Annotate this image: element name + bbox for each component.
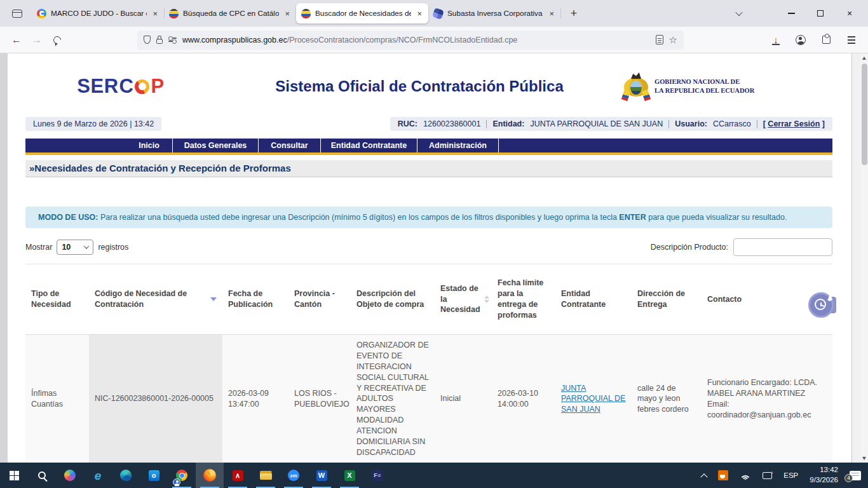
back-button[interactable]: ← [6, 30, 27, 50]
windows-logo-icon [10, 471, 19, 480]
taskbar-zoom[interactable]: zm [280, 463, 308, 488]
menu-hamburger-icon[interactable] [841, 30, 862, 50]
header-fecha-limite[interactable]: Fecha límite para la entrega de proforma… [492, 273, 555, 326]
sercop-swirl-icon [135, 79, 149, 94]
taskbar-f-app[interactable]: F≡ [363, 463, 391, 488]
ecuador-coat-icon [169, 9, 179, 18]
nav-item-datos-generales[interactable]: Datos Generales [173, 139, 259, 152]
tray-wifi[interactable] [735, 463, 756, 488]
show-label: Mostrar [25, 243, 52, 252]
forward-button[interactable]: → [27, 30, 47, 50]
browser-scrollbar[interactable] [860, 53, 868, 463]
scrollbar-thumb[interactable] [862, 64, 867, 165]
tab-title: Buscador de Necesidades de Co [315, 9, 411, 18]
logout-link[interactable]: Cerrar Sesión [768, 119, 820, 128]
lock-icon[interactable] [156, 39, 163, 44]
tab-close-icon[interactable]: × [283, 9, 291, 18]
taskbar-copilot[interactable] [56, 463, 84, 488]
downloads-icon[interactable]: ↓ [766, 30, 785, 50]
reload-button[interactable] [47, 30, 67, 50]
header-provincia[interactable]: Provincia - Cantón [288, 283, 351, 315]
filter-label: Descripción Producto: [651, 243, 728, 252]
tray-cast[interactable] [758, 463, 776, 488]
list-all-tabs-chevron-icon[interactable] [728, 4, 750, 23]
nav-item-inicio[interactable]: Inicio [126, 139, 173, 152]
pinwheel-icon [432, 7, 444, 19]
header-fecha-publicacion[interactable]: Fecha de Publicación [222, 283, 288, 315]
scroll-down-arrow[interactable] [860, 454, 868, 463]
tray-hidden-icons-chevron[interactable] [697, 463, 711, 488]
description-filter-input[interactable] [733, 238, 832, 256]
tab-busqueda-cpc[interactable]: Búsqueda de CPC en Catálogo × [164, 3, 296, 24]
bookmark-star-icon[interactable]: ☆ [669, 35, 677, 44]
tray-language[interactable]: ESP [779, 463, 803, 488]
floating-timer-widget[interactable] [808, 292, 836, 318]
header-entidad[interactable]: Entidad Contratante [555, 283, 632, 315]
tab-close-icon[interactable]: × [548, 9, 555, 18]
taskbar-acrobat[interactable]: ∧ [224, 463, 252, 488]
edge-icon [120, 470, 132, 481]
f-app-icon: F≡ [372, 470, 383, 481]
window-close-button[interactable]: × [835, 0, 864, 27]
taskbar-outlook[interactable]: o [140, 463, 168, 488]
table-header-row: Tipo de Necesidad Código de Necesidad de… [25, 264, 832, 335]
page-size-select[interactable]: 10 [57, 240, 93, 255]
firefox-icon [203, 469, 216, 482]
header-estado[interactable]: Estado de la Necesidad [435, 278, 492, 321]
copilot-icon [64, 470, 76, 481]
tray-clock[interactable]: 13:42 9/3/2026 [805, 463, 843, 488]
browser-tab-strip: MARCO DE JUDO - Buscar con × Búsqueda de… [0, 0, 868, 27]
address-bar[interactable]: www.compraspublicas.gob.ec/ProcesoContra… [137, 30, 684, 50]
header-tipo[interactable]: Tipo de Necesidad [25, 283, 89, 315]
excel-icon: X [344, 470, 355, 481]
tab-subasta-inversa[interactable]: Subasta Inversa Corporativa de × [428, 3, 560, 24]
taskbar-file-explorer[interactable] [252, 463, 280, 488]
taskbar-firefox-active[interactable] [196, 463, 224, 488]
outlook-icon: o [149, 470, 159, 481]
taskbar-word[interactable]: W [308, 463, 336, 488]
window-minimize-button[interactable] [776, 0, 806, 27]
nav-item-consultar[interactable]: Consultar [259, 139, 321, 152]
windows-taskbar: e o ∧ zm W X F≡ ESP 13:42 9/3/2026 4 [0, 463, 868, 488]
taskbar-edge[interactable] [112, 463, 140, 488]
ecuador-coat-icon [301, 9, 311, 18]
taskbar-internet-explorer[interactable]: e [84, 463, 112, 488]
tray-notifications[interactable]: 4 [845, 463, 865, 488]
entidad-link[interactable]: JUNTA PARROQUIAL DE SAN JUAN [561, 384, 625, 414]
firefox-view-icon[interactable] [8, 4, 27, 23]
window-maximize-button[interactable] [806, 0, 835, 27]
taskbar-search-button[interactable] [28, 463, 56, 488]
taskbar-excel[interactable]: X [336, 463, 363, 488]
permissions-icon[interactable] [168, 37, 177, 42]
header-descripcion[interactable]: Descripción del Objeto de compra [351, 283, 435, 315]
nav-item-entidad-contratante[interactable]: Entidad Contratante [321, 139, 417, 152]
gov-line2: LA REPUBLICA DEL ECUADOR [654, 87, 754, 94]
new-tab-button[interactable]: + [564, 4, 583, 23]
main-nav: Inicio Datos Generales Consultar Entidad… [25, 139, 832, 152]
tab-close-icon[interactable]: × [151, 9, 159, 18]
tray-java-icon[interactable] [714, 463, 733, 488]
start-button[interactable] [0, 463, 28, 488]
url-text[interactable]: www.compraspublicas.gob.ec/ProcesoContra… [182, 36, 650, 44]
table-controls: Mostrar 10 registros Descripción Product… [25, 238, 832, 256]
reader-mode-icon[interactable] [656, 35, 663, 44]
tab-marco-de-judo[interactable]: MARCO DE JUDO - Buscar con × [32, 3, 164, 24]
gov-line1: GOBIERNO NACIONAL DE [654, 78, 740, 85]
table-row: Ínfimas Cuantías NIC-1260023860001-2026-… [25, 335, 832, 463]
header-direccion[interactable]: Dirección de Entrega [632, 283, 702, 315]
page-viewport: SERCP Sistema Oficial de Contratación Pú… [0, 53, 868, 463]
scroll-up-arrow[interactable] [860, 53, 868, 62]
cell-descripcion: ORGANIZADOR DE EVENTO DE INTEGRACION SOC… [351, 335, 435, 463]
tab-buscador-necesidades-active[interactable]: Buscador de Necesidades de Co × [296, 3, 428, 24]
tracking-shield-icon[interactable] [144, 36, 151, 44]
entity-value: JUNTA PARROQUIAL DE SAN JUAN [530, 119, 663, 128]
header-codigo[interactable]: Código de Necesidad de Contratación [89, 283, 222, 315]
cell-codigo: NIC-1260023860001-2026-00005 [89, 335, 222, 463]
nav-item-administracion[interactable]: Administración [417, 139, 499, 152]
tab-close-icon[interactable]: × [416, 9, 423, 18]
ecuador-coat-of-arms-icon [623, 72, 649, 100]
extensions-icon[interactable] [816, 30, 836, 50]
sercop-page: SERCP Sistema Oficial de Contratación Pú… [8, 53, 851, 463]
account-icon[interactable] [790, 30, 811, 50]
taskbar-chrome[interactable] [168, 463, 196, 488]
